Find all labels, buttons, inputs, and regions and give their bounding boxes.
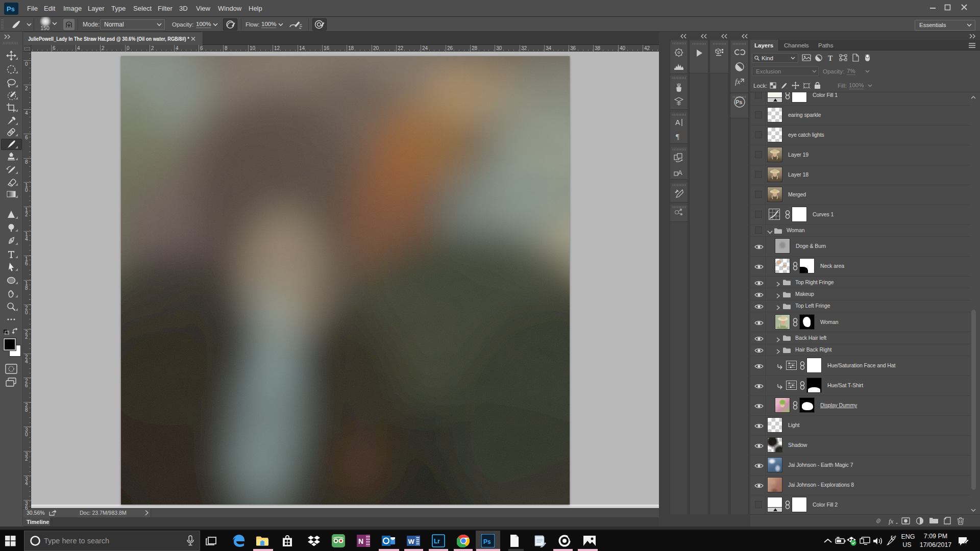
svg-text:N: N <box>358 537 363 545</box>
svg-text:A: A <box>675 118 680 127</box>
svg-text:fx: fx <box>889 517 894 525</box>
svg-text:W: W <box>408 538 415 545</box>
svg-text:¶: ¶ <box>676 133 679 141</box>
svg-text:Ps: Ps <box>736 99 742 105</box>
svg-text:A: A <box>678 169 682 177</box>
svg-text:Ps: Ps <box>483 538 491 545</box>
svg-text:T: T <box>828 55 833 62</box>
svg-text:Lr: Lr <box>434 538 440 545</box>
svg-text:fx: fx <box>735 78 741 86</box>
